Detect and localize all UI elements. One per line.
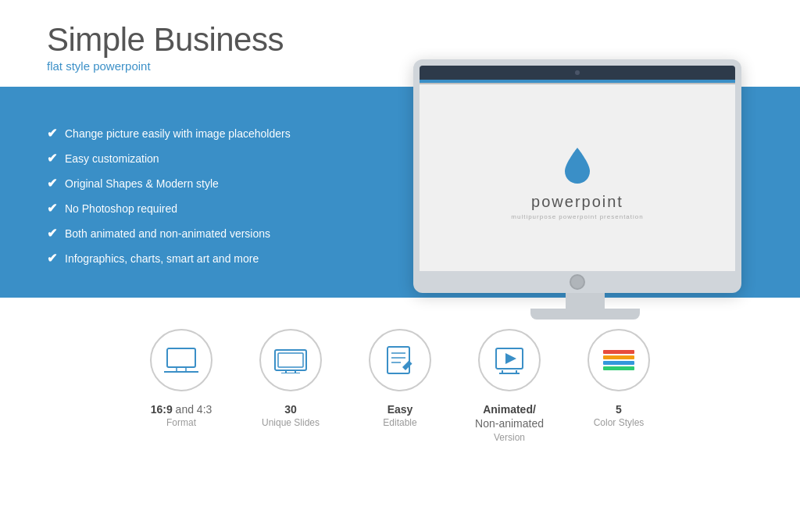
screen-logo-text: powerpoint: [531, 193, 623, 211]
animated-sublabel: Version: [494, 432, 525, 443]
water-drop-icon: [562, 146, 593, 185]
monitor-power-button: [570, 274, 585, 290]
color-styles-sublabel: Color Styles: [594, 417, 645, 428]
animated-label: Animated/Non-animated: [475, 402, 544, 430]
feature-color-styles: 5 Color Styles: [564, 329, 673, 428]
svg-marker-14: [505, 353, 516, 364]
format-label: 16:9 and 4:3: [151, 402, 212, 416]
feature-editable: Easy Editable: [345, 329, 455, 428]
screen-tagline: multipurpose powerpoint presentation: [511, 213, 643, 220]
format-icon-circle: [150, 329, 212, 391]
slides-icon: [273, 347, 308, 373]
feature-format: 16:9 and 4:3 Format: [127, 329, 236, 428]
svg-rect-0: [167, 348, 195, 367]
svg-rect-19: [603, 355, 634, 359]
slides-label: 30: [284, 402, 297, 416]
svg-rect-21: [603, 366, 634, 370]
slides-icon-circle: [259, 329, 322, 391]
laptop-icon: [164, 347, 198, 373]
monitor-chin: [420, 271, 735, 293]
editable-sublabel: Editable: [383, 417, 416, 428]
slides-sublabel: Unique Slides: [262, 417, 320, 428]
svg-rect-20: [603, 361, 634, 365]
animated-icon-circle: [478, 329, 541, 391]
checkmark-icon: ✔: [47, 176, 57, 191]
camera-dot: [575, 70, 580, 75]
monitor: powerpoint multipurpose powerpoint prese…: [413, 59, 741, 293]
svg-rect-18: [603, 350, 634, 354]
format-sublabel: Format: [166, 417, 196, 428]
edit-icon: [385, 345, 415, 375]
monitor-screen: powerpoint multipurpose powerpoint prese…: [420, 80, 735, 271]
checkmark-icon: ✔: [47, 126, 57, 141]
monitor-top-bar: [420, 66, 735, 80]
monitor-illustration: powerpoint multipurpose powerpoint prese…: [413, 59, 757, 320]
screen-content: powerpoint multipurpose powerpoint prese…: [511, 146, 643, 220]
checkmark-icon: ✔: [47, 226, 57, 241]
checkmark-icon: ✔: [47, 201, 57, 216]
stand-base: [530, 309, 640, 320]
feature-animated: Animated/Non-animated Version: [455, 329, 564, 442]
colors-icon: [602, 347, 636, 373]
monitor-stand: [413, 293, 757, 320]
checkmark-icon: ✔: [47, 151, 57, 166]
editable-label: Easy: [388, 402, 413, 416]
svg-rect-4: [278, 353, 303, 367]
color-styles-label: 5: [616, 402, 622, 416]
stand-neck: [566, 293, 605, 309]
main-title: Simple Business: [47, 22, 753, 58]
screen-second-line: [420, 83, 735, 84]
editable-icon-circle: [369, 329, 431, 391]
color-styles-icon-circle: [588, 329, 650, 391]
bottom-features-section: 16:9 and 4:3 Format 30 Unique Slides: [0, 298, 800, 458]
feature-slides: 30 Unique Slides: [236, 329, 345, 428]
play-icon: [495, 345, 524, 375]
checkmark-icon: ✔: [47, 251, 57, 266]
banner-section: ✔ Change picture easily with image place…: [0, 87, 800, 298]
